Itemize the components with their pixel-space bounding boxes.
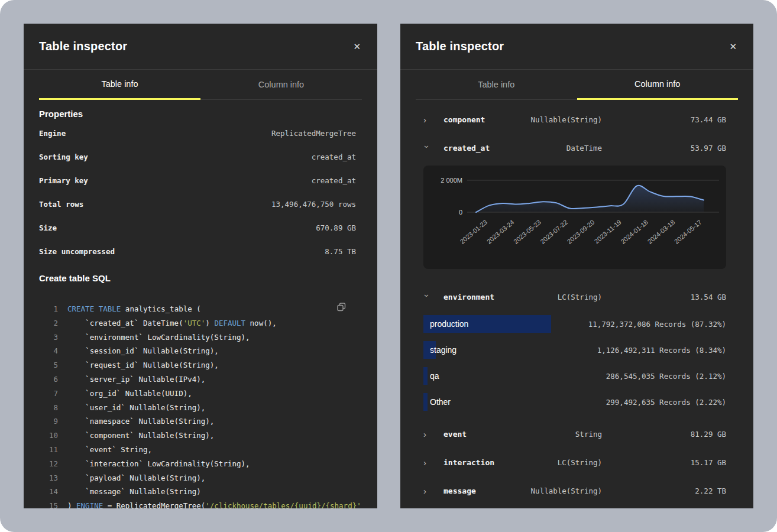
line-number: 2 — [39, 316, 58, 330]
property-value: 670.89 GB — [316, 223, 356, 232]
distribution-bar — [423, 367, 428, 385]
modal-title: Table inspector — [39, 40, 127, 53]
distribution-value: 286,545,035 Records (2.12%) — [606, 372, 726, 381]
property-value: created_at — [312, 153, 356, 161]
property-value: created_at — [312, 176, 356, 185]
property-label: Total rows — [39, 200, 83, 209]
distribution-row: qa 286,545,035 Records (2.12%) — [423, 363, 726, 389]
property-label: Sorting key — [39, 153, 88, 161]
distribution-bar-wrap: staging — [423, 341, 597, 359]
column-name: environment — [443, 293, 558, 301]
svg-text:2024-03-18: 2024-03-18 — [646, 218, 676, 245]
distribution-bar-wrap: Other — [423, 393, 606, 411]
column-size: 53.97 GB — [691, 144, 726, 153]
svg-text:2023-07-22: 2023-07-22 — [539, 218, 569, 245]
sql-line: 10 `component` Nullable(String), — [39, 429, 356, 443]
sql-line: 5 `request_id` Nullable(String), — [39, 358, 356, 372]
tab-column-info[interactable]: Column info — [577, 70, 739, 100]
line-number: 9 — [39, 414, 58, 429]
svg-text:2023-01-23: 2023-01-23 — [458, 218, 488, 245]
modal-header: Table inspector ✕ — [400, 24, 753, 70]
chevron-down-icon[interactable]: › — [423, 145, 432, 152]
close-icon[interactable]: ✕ — [351, 40, 363, 53]
property-row: Engine ReplicatedMergeTree — [39, 121, 356, 145]
sql-line: 6 `server_ip` Nullable(IPv4), — [39, 372, 356, 387]
distribution-value: 1,126,492,311 Records (8.34%) — [597, 346, 726, 355]
line-number: 12 — [39, 457, 58, 471]
sql-line: 7 `org_id` Nullable(UUID), — [39, 387, 356, 401]
svg-text:2 000M: 2 000M — [441, 177, 462, 184]
chevron-down-icon[interactable]: › — [423, 294, 432, 301]
property-row: Sorting key created_at — [39, 145, 356, 168]
distribution-row: Other 299,492,635 Records (2.22%) — [423, 389, 726, 415]
create-table-sql-heading: Create table SQL — [39, 273, 356, 283]
line-number: 7 — [39, 387, 58, 401]
property-label: Engine — [39, 129, 66, 138]
line-number: 4 — [39, 344, 58, 358]
environment-value-distribution: production 11,792,372,086 Records (87.32… — [423, 311, 726, 415]
line-number: 5 — [39, 358, 58, 372]
columns-list: › component Nullable(String) 73.44 GB› c… — [400, 105, 753, 505]
chevron-right-icon[interactable]: › — [423, 430, 430, 439]
chevron-right-icon[interactable]: › — [423, 486, 430, 495]
column-row-event[interactable]: › event String 81.29 GB — [400, 420, 753, 448]
tab-bar: Table info Column info — [416, 70, 738, 100]
distribution-value: 11,792,372,086 Records (87.32%) — [588, 320, 726, 329]
column-name: message — [443, 486, 531, 495]
tab-table-info[interactable]: Table info — [416, 70, 577, 100]
chevron-right-icon[interactable]: › — [423, 458, 430, 467]
sql-line: 12 `interaction` LowCardinality(String), — [39, 457, 356, 471]
column-row-environment[interactable]: › environment LC(String) 13.54 GB — [400, 283, 753, 311]
column-type: LC(String) — [558, 458, 602, 467]
sql-line: 14 `message` Nullable(String) — [39, 485, 356, 499]
line-number: 8 — [39, 401, 58, 415]
distribution-label: Other — [430, 393, 451, 411]
tab-column-info[interactable]: Column info — [200, 70, 362, 100]
tab-bar: Table info Column info — [39, 70, 362, 100]
line-number: 6 — [39, 372, 58, 387]
distribution-row: production 11,792,372,086 Records (87.32… — [423, 311, 726, 337]
sql-line: 1CREATE TABLE analytics_table ( — [39, 302, 356, 316]
modal-header: Table inspector ✕ — [24, 24, 377, 70]
copy-icon[interactable] — [336, 302, 347, 313]
sql-line: 11 `event` String, — [39, 443, 356, 457]
column-row-component[interactable]: › component Nullable(String) 73.44 GB — [400, 105, 753, 134]
property-row: Size 670.89 GB — [39, 216, 356, 239]
table-inspector-modal-column-info: Table inspector ✕ Table info Column info… — [400, 24, 753, 508]
tab-table-info[interactable]: Table info — [39, 70, 200, 100]
line-number: 14 — [39, 485, 58, 499]
distribution-row: staging 1,126,492,311 Records (8.34%) — [423, 337, 726, 363]
line-number: 11 — [39, 443, 58, 457]
close-icon[interactable]: ✕ — [727, 40, 739, 53]
sql-line: 8 `user_id` Nullable(String), — [39, 401, 356, 415]
distribution-label: production — [430, 315, 468, 333]
line-number: 15 — [39, 499, 58, 508]
svg-text:2023-11-19: 2023-11-19 — [593, 218, 623, 245]
property-label: Size uncompressed — [39, 247, 115, 256]
svg-text:2024-05-17: 2024-05-17 — [673, 218, 703, 245]
column-type: Nullable(String) — [531, 115, 602, 124]
line-number: 10 — [39, 429, 58, 443]
distribution-label: qa — [430, 367, 439, 385]
svg-text:2023-03-24: 2023-03-24 — [485, 218, 516, 245]
column-name: event — [443, 430, 575, 439]
column-size: 2.22 TB — [695, 486, 726, 495]
chevron-right-icon[interactable]: › — [423, 115, 430, 124]
column-row-interaction[interactable]: › interaction LC(String) 15.17 GB — [400, 448, 753, 476]
distribution-label: staging — [430, 341, 457, 359]
column-row-created_at[interactable]: › created_at DateTime 53.97 GB — [400, 134, 753, 162]
page-background: Table inspector ✕ Table info Column info… — [0, 0, 777, 532]
line-number: 13 — [39, 471, 58, 485]
property-label: Size — [39, 223, 57, 232]
property-label: Primary key — [39, 176, 88, 185]
created-at-distribution-chart: 2 000M 0 2023-01-232023-03-242023-05-232… — [423, 166, 726, 269]
column-row-message[interactable]: › message Nullable(String) 2.22 TB — [400, 476, 753, 505]
column-name: component — [443, 115, 531, 124]
svg-text:2023-05-23: 2023-05-23 — [512, 218, 542, 245]
sql-line: 15) ENGINE = ReplicatedMergeTree('/click… — [39, 499, 356, 508]
sql-line: 13 `payload` Nullable(String), — [39, 471, 356, 485]
column-type: DateTime — [566, 144, 602, 153]
sql-line: 2 `created_at` DateTime('UTC') DEFAULT n… — [39, 316, 356, 330]
line-number: 3 — [39, 330, 58, 345]
column-size: 81.29 GB — [691, 430, 726, 439]
